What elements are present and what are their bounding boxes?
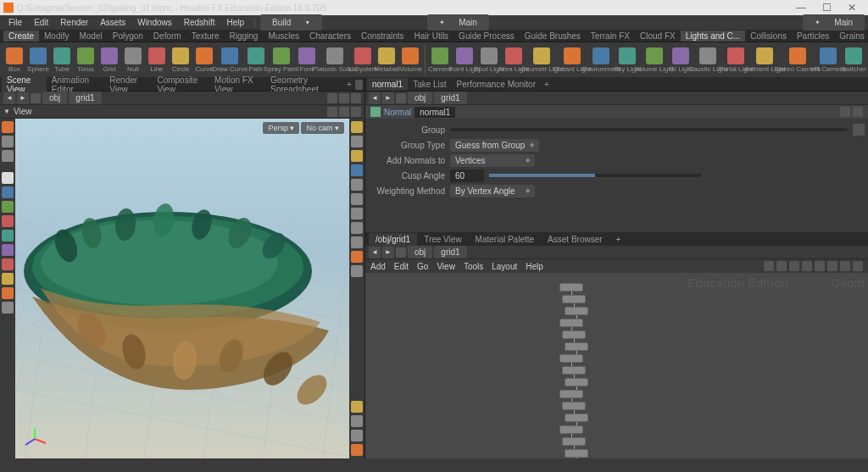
net-view-icon[interactable] xyxy=(789,261,799,271)
pin-icon[interactable] xyxy=(31,93,41,103)
shelf-tool[interactable]: VR Camera xyxy=(815,47,841,74)
shelf-tab[interactable]: Polygon xyxy=(108,31,148,42)
tool-icon[interactable] xyxy=(2,121,14,133)
shelf-tool[interactable]: Grid xyxy=(98,47,120,74)
tool-icon[interactable] xyxy=(2,201,14,213)
pane-tab[interactable]: normal1 xyxy=(367,78,408,91)
shelf-tool[interactable]: Draw Curve xyxy=(217,47,243,74)
shelf-tab[interactable]: Guide Brushes xyxy=(520,31,586,42)
breadcrumb-obj[interactable]: obj xyxy=(42,92,67,104)
breadcrumb-grid[interactable]: grid1 xyxy=(69,92,101,104)
breadcrumb-obj[interactable]: obj xyxy=(408,246,432,258)
network-node[interactable] xyxy=(565,378,588,386)
display-icon[interactable] xyxy=(351,179,363,191)
nav-back-icon[interactable]: ◄ xyxy=(3,92,15,104)
shelf-tab[interactable]: Modify xyxy=(39,31,74,42)
snap-icon[interactable] xyxy=(339,107,349,117)
main-selector-right[interactable]: ✦Main xyxy=(803,14,865,31)
menu-windows[interactable]: Windows xyxy=(132,16,177,29)
net-menu-item[interactable]: Edit xyxy=(394,262,409,271)
tool-icon[interactable] xyxy=(2,244,14,256)
net-view-icon[interactable] xyxy=(815,261,825,271)
shelf-tool[interactable]: Geometr Light xyxy=(526,47,557,74)
menu-help[interactable]: Help xyxy=(221,16,249,29)
menu-edit[interactable]: Edit xyxy=(29,16,53,29)
menu-redshift[interactable]: Redshift xyxy=(179,16,220,29)
network-node[interactable] xyxy=(565,414,588,422)
path-icon[interactable] xyxy=(339,93,349,103)
desktop-selector[interactable]: Build▼ xyxy=(260,14,322,31)
display-icon[interactable] xyxy=(351,208,363,219)
shelf-tab[interactable]: Cloud FX xyxy=(635,31,681,42)
tool-icon[interactable] xyxy=(2,150,14,162)
tool-icon[interactable] xyxy=(2,215,14,227)
net-tab[interactable]: /obj/grid1 xyxy=(369,233,417,246)
shelf-tab[interactable]: Deform xyxy=(148,31,186,42)
nocam-button[interactable]: No cam ▾ xyxy=(301,122,344,134)
menu-file[interactable]: File xyxy=(3,16,27,29)
shelf-tool[interactable]: Line xyxy=(146,47,168,74)
network-node[interactable] xyxy=(559,319,583,327)
path-icon[interactable] xyxy=(351,93,361,103)
shelf-tab[interactable]: Guide Process xyxy=(453,31,520,42)
menu-render[interactable]: Render xyxy=(55,16,93,29)
network-node[interactable] xyxy=(559,425,583,434)
shelf-tab[interactable]: Rigging xyxy=(224,31,263,42)
shelf-tab[interactable]: Hair Utils xyxy=(409,31,454,42)
group-field[interactable] xyxy=(450,128,848,131)
add-pane-tab[interactable]: + xyxy=(343,80,355,89)
shelf-tool[interactable]: Null xyxy=(122,47,144,74)
net-view-icon[interactable] xyxy=(853,261,863,271)
shelf-tool[interactable]: L-System xyxy=(352,47,374,74)
display-icon[interactable] xyxy=(351,136,363,147)
display-icon[interactable] xyxy=(351,164,363,176)
shelf-tab[interactable]: Terrain FX xyxy=(586,31,635,42)
shelf-tool[interactable]: Environment xyxy=(587,47,615,74)
scene-viewport[interactable]: Persp ▾ No cam ▾ xyxy=(15,119,349,458)
breadcrumb-obj[interactable]: obj xyxy=(408,92,432,104)
net-view-icon[interactable] xyxy=(802,261,812,271)
shelf-tool[interactable]: Spot Light xyxy=(478,47,501,74)
network-node[interactable] xyxy=(565,307,588,315)
tool-icon[interactable] xyxy=(2,302,14,314)
close-button[interactable]: ✕ xyxy=(839,2,865,14)
add-net-tab[interactable]: + xyxy=(609,233,628,246)
net-view-icon[interactable] xyxy=(840,261,850,271)
menu-assets[interactable]: Assets xyxy=(95,16,131,29)
shelf-tab[interactable]: Grains xyxy=(834,31,868,42)
network-node[interactable] xyxy=(562,402,586,410)
path-icon[interactable] xyxy=(327,93,337,103)
tool-icon[interactable] xyxy=(2,287,14,299)
magnet-icon[interactable] xyxy=(2,258,14,270)
network-node[interactable] xyxy=(559,283,583,292)
shelf-tab[interactable]: Muscles xyxy=(263,31,304,42)
minimize-button[interactable]: — xyxy=(788,2,814,14)
tool-icon[interactable] xyxy=(2,273,14,285)
persp-button[interactable]: Persp ▾ xyxy=(263,122,299,134)
cusp-field[interactable]: 60 xyxy=(450,169,484,182)
shelf-tab[interactable]: Particles xyxy=(792,31,834,42)
shelf-tab[interactable]: Constraints xyxy=(356,31,409,42)
shelf-tab[interactable]: Texture xyxy=(186,31,225,42)
shelf-tab[interactable]: Characters xyxy=(304,31,356,42)
net-menu-item[interactable]: View xyxy=(437,262,455,271)
shelf-tool[interactable]: Torus xyxy=(75,47,97,74)
gear-icon[interactable] xyxy=(840,107,850,117)
add-pane-tab[interactable]: + xyxy=(541,80,553,89)
net-menu-item[interactable]: Go xyxy=(417,262,428,271)
display-icon[interactable] xyxy=(351,444,363,456)
shelf-tool[interactable]: Sphere xyxy=(27,47,49,74)
network-node[interactable] xyxy=(562,295,586,303)
shelf-tool[interactable]: Box xyxy=(3,47,25,74)
network-node[interactable] xyxy=(565,449,588,458)
shelf-tool[interactable]: Circle xyxy=(170,47,192,74)
nav-back-icon[interactable]: ◄ xyxy=(369,92,381,104)
tool-icon[interactable] xyxy=(2,186,14,198)
breadcrumb-grid[interactable]: grid1 xyxy=(434,246,466,258)
net-view-icon[interactable] xyxy=(776,261,787,271)
display-icon[interactable] xyxy=(351,415,363,427)
pane-tab[interactable]: Take List xyxy=(408,78,451,91)
shelf-tool[interactable]: Stereo Camera xyxy=(782,47,814,74)
display-icon[interactable] xyxy=(351,401,363,413)
display-icon[interactable] xyxy=(351,193,363,205)
